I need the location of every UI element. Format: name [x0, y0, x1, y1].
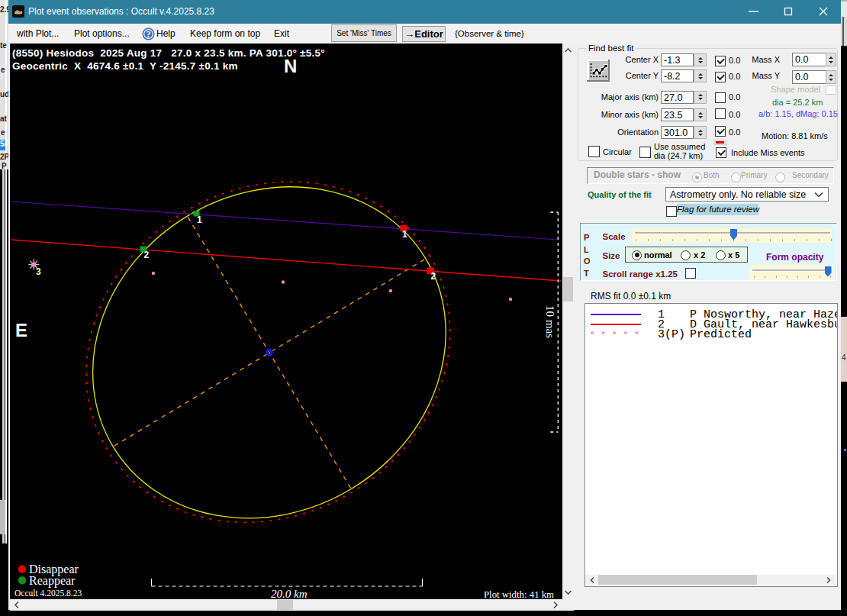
svg-text:N: N: [284, 56, 297, 76]
svg-text:1: 1: [402, 229, 407, 240]
svg-text:Occult 4.2025.8.23: Occult 4.2025.8.23: [14, 589, 82, 598]
svg-text:10 mas: 10 mas: [544, 305, 556, 338]
svg-text:1: 1: [197, 214, 202, 225]
svg-text:2: 2: [431, 271, 436, 282]
svg-text:E: E: [15, 320, 27, 340]
svg-text:Reappear: Reappear: [29, 574, 76, 588]
svg-text:Plot width: 41 km: Plot width: 41 km: [484, 589, 554, 599]
svg-text:Geocentric X 4674.6 ±0.1 Y: Geocentric X 4674.6 ±0.1 Y -2145.7 ±0.1 …: [12, 60, 238, 72]
svg-text:3: 3: [36, 266, 41, 277]
svg-text:(8550) Hesiodos 2025 Aug 17: (8550) Hesiodos 2025 Aug 17 27.0 x 23.5 …: [12, 47, 325, 59]
svg-text:?: ?: [147, 29, 151, 40]
svg-text:2: 2: [144, 250, 150, 260]
svg-text:20.0 km: 20.0 km: [271, 588, 308, 599]
